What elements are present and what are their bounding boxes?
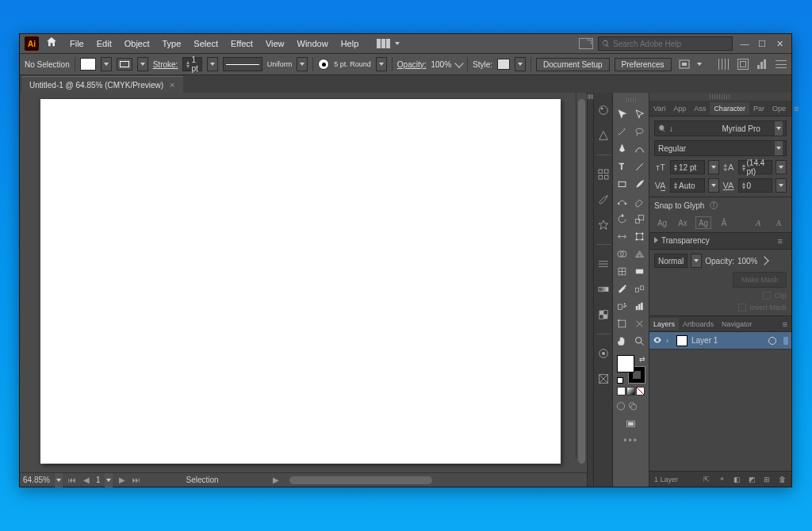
font-size-input[interactable]: ▴▾12 pt	[670, 160, 705, 174]
fill-dropdown[interactable]	[101, 57, 112, 71]
transparency-panel-header[interactable]: Transparency ≡	[649, 232, 791, 250]
new-sublayer-icon[interactable]: ◩	[747, 475, 756, 484]
swatches-panel-icon[interactable]	[597, 168, 610, 181]
eyedropper-tool[interactable]	[613, 280, 631, 297]
menu-help[interactable]: Help	[335, 36, 365, 51]
opacity-popup-icon[interactable]	[760, 256, 768, 265]
font-style-input[interactable]: Regular	[654, 140, 787, 156]
menu-edit[interactable]: Edit	[91, 36, 117, 51]
prev-artboard-icon[interactable]: ◀	[82, 476, 91, 485]
clip-checkbox[interactable]: Clip	[763, 292, 787, 300]
blend-tool[interactable]	[631, 280, 649, 297]
shaper-tool[interactable]	[613, 193, 631, 210]
last-artboard-icon[interactable]: ⏭	[132, 476, 141, 485]
character-panel-menu-icon[interactable]: ≡	[790, 104, 802, 113]
eraser-tool[interactable]	[631, 193, 649, 210]
color-mode-icon[interactable]	[617, 387, 626, 395]
stroke-label[interactable]: Stroke:	[153, 60, 178, 69]
info-icon[interactable]	[709, 201, 718, 210]
graphic-style-swatch[interactable]	[497, 59, 510, 70]
shape-builder-tool[interactable]	[613, 245, 631, 262]
tab-layers[interactable]: Layers	[649, 318, 679, 330]
tab-variables[interactable]: Vari	[649, 102, 669, 115]
artboard[interactable]	[40, 99, 561, 464]
snap-bounds-icon[interactable]: Ag	[695, 216, 711, 229]
status-expand-icon[interactable]: ▶	[271, 476, 281, 485]
menu-select[interactable]: Select	[188, 36, 224, 51]
arrange-icon[interactable]	[737, 59, 749, 70]
control-menu-icon[interactable]	[776, 59, 787, 70]
default-fill-stroke-icon[interactable]	[617, 377, 623, 384]
slice-tool[interactable]	[631, 315, 649, 332]
fill-stroke-control[interactable]: ⇄	[617, 355, 645, 384]
artboard-nav-dropdown[interactable]	[105, 473, 113, 487]
snap-options-icon[interactable]	[718, 59, 730, 70]
gradient-mode-icon[interactable]	[626, 387, 635, 395]
stroke-dropdown[interactable]	[137, 57, 148, 71]
document-setup-button[interactable]: Document Setup	[536, 58, 610, 71]
blend-mode-select[interactable]: Normal	[654, 254, 688, 268]
home-icon[interactable]	[45, 36, 58, 52]
stroke-weight-input[interactable]: ▴▾1 pt	[182, 57, 201, 71]
layer-name[interactable]: Layer 1	[691, 336, 718, 345]
stroke-weight-dropdown[interactable]	[207, 57, 218, 71]
menu-type[interactable]: Type	[157, 36, 187, 51]
export-layer-icon[interactable]: ⇱	[702, 475, 711, 484]
width-tool[interactable]	[613, 227, 631, 245]
font-size-dropdown[interactable]	[708, 160, 719, 174]
tracking-input[interactable]: ▴▾0	[738, 178, 773, 193]
opacity-label[interactable]: Opacity:	[397, 60, 427, 69]
graph-icon[interactable]	[756, 59, 768, 70]
menu-object[interactable]: Object	[119, 36, 155, 51]
curvature-tool[interactable]	[631, 140, 649, 158]
minimize-button[interactable]: —	[737, 38, 752, 49]
document-tab[interactable]: Untitled-1 @ 64.85% (CMYK/Preview) ×	[21, 76, 183, 93]
kerning-input[interactable]: ▴▾Auto	[670, 178, 705, 193]
snap-angular-icon[interactable]: Â	[716, 216, 732, 229]
workspace-switcher[interactable]	[377, 36, 401, 51]
share-screen-icon[interactable]	[579, 38, 593, 49]
next-artboard-icon[interactable]: ▶	[117, 476, 127, 485]
gradient-panel-icon[interactable]	[597, 283, 610, 296]
scale-tool[interactable]	[631, 210, 649, 227]
paintbrush-tool[interactable]	[631, 175, 649, 193]
transparency-panel-icon[interactable]	[597, 308, 610, 321]
invert-mask-checkbox[interactable]: Invert Mask	[738, 304, 787, 311]
menu-window[interactable]: Window	[292, 36, 334, 51]
menu-effect[interactable]: Effect	[225, 36, 259, 51]
screen-mode-icon[interactable]	[623, 418, 639, 430]
tab-navigator[interactable]: Navigator	[718, 318, 756, 330]
mesh-tool[interactable]	[613, 262, 631, 280]
font-family-input[interactable]: ↓ Myriad Pro	[654, 120, 787, 136]
glyph-anchor-icon[interactable]: A	[771, 216, 787, 229]
artboard-number[interactable]: 1	[96, 476, 101, 484]
menu-file[interactable]: File	[64, 36, 90, 51]
draw-normal-icon[interactable]	[615, 400, 626, 411]
edit-toolbar-icon[interactable]: •••	[615, 435, 646, 446]
artboard-tool[interactable]	[613, 315, 631, 332]
fill-swatch[interactable]	[80, 58, 96, 71]
perspective-grid-tool[interactable]	[631, 245, 649, 262]
line-tool[interactable]	[631, 158, 649, 175]
free-transform-tool[interactable]	[631, 227, 649, 245]
color-panel-icon[interactable]	[597, 104, 610, 117]
layer-row[interactable]: › Layer 1	[649, 332, 791, 350]
new-layer-icon[interactable]: ⊞	[762, 475, 772, 484]
graphic-style-dropdown[interactable]	[515, 57, 526, 71]
opacity-expand-icon[interactable]	[454, 59, 463, 67]
gradient-tool[interactable]	[631, 262, 649, 280]
tab-opentype[interactable]: Ope	[768, 102, 790, 115]
brushes-panel-icon[interactable]	[597, 193, 610, 206]
vertical-scrollbar[interactable]	[576, 93, 587, 458]
glyph-outline-icon[interactable]: A	[750, 216, 766, 229]
visibility-icon[interactable]	[653, 335, 662, 346]
tab-character[interactable]: Character	[710, 102, 749, 115]
help-search-input[interactable]	[613, 40, 729, 48]
first-artboard-icon[interactable]: ⏮	[67, 476, 77, 485]
kerning-dropdown[interactable]	[708, 178, 719, 193]
blend-mode-dropdown[interactable]	[691, 254, 702, 268]
align-to-dropdown[interactable]	[695, 57, 703, 71]
hand-tool[interactable]	[613, 332, 631, 350]
make-clipping-mask-icon[interactable]: ◧	[732, 475, 741, 484]
none-mode-icon[interactable]	[636, 387, 645, 395]
